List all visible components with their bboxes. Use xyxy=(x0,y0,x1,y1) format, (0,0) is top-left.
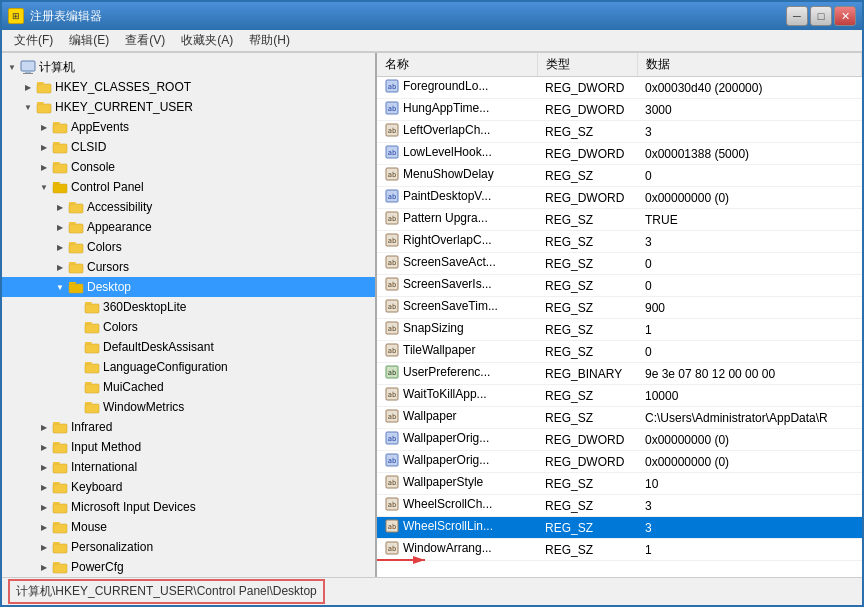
tree-item-defaultdeskassisant[interactable]: DefaultDeskAssisant xyxy=(2,337,375,357)
expand-microsoftinputdevices[interactable] xyxy=(36,499,52,515)
registry-values-panel[interactable]: 名称 类型 数据 abForegroundLo...REG_DWORD0x000… xyxy=(377,53,862,577)
expand-appevents[interactable] xyxy=(36,119,52,135)
tree-item-clsid[interactable]: CLSID xyxy=(2,137,375,157)
table-row[interactable]: abMenuShowDelayREG_SZ0 xyxy=(377,165,862,187)
svg-rect-0 xyxy=(21,61,35,71)
tree-item-controlpanel[interactable]: Control Panel xyxy=(2,177,375,197)
table-row[interactable]: abLeftOverlapCh...REG_SZ3 xyxy=(377,121,862,143)
tree-item-colors[interactable]: Colors xyxy=(2,237,375,257)
tree-item-hkcr[interactable]: HKEY_CLASSES_ROOT xyxy=(2,77,375,97)
svg-rect-25 xyxy=(53,524,67,533)
tree-item-infrared[interactable]: Infrared xyxy=(2,417,375,437)
table-row[interactable]: abScreenSaveTim...REG_SZ900 xyxy=(377,297,862,319)
expand-computer[interactable] xyxy=(4,59,20,75)
menu-bar: 文件(F) 编辑(E) 查看(V) 收藏夹(A) 帮助(H) xyxy=(2,30,862,52)
tree-scroll-area[interactable]: 计算机 HKEY_CLASSES_ROOT xyxy=(2,53,375,577)
registry-type: REG_SZ xyxy=(537,297,637,319)
close-button[interactable]: ✕ xyxy=(834,6,856,26)
tree-item-desktop[interactable]: Desktop xyxy=(2,277,375,297)
tree-item-accessibility[interactable]: Accessibility xyxy=(2,197,375,217)
expand-infrared[interactable] xyxy=(36,419,52,435)
defaultdeskassisant-label: DefaultDeskAssisant xyxy=(103,340,214,354)
svg-text:ab: ab xyxy=(388,215,396,223)
menu-help[interactable]: 帮助(H) xyxy=(241,30,298,51)
registry-name: abWaitToKillApp... xyxy=(377,385,537,407)
table-row[interactable]: abWaitToKillApp...REG_SZ10000 xyxy=(377,385,862,407)
table-row[interactable]: abTileWallpaperREG_SZ0 xyxy=(377,341,862,363)
table-row[interactable]: abWallpaperOrig...REG_DWORD0x00000000 (0… xyxy=(377,451,862,473)
tree-item-hkcu[interactable]: HKEY_CURRENT_USER xyxy=(2,97,375,117)
table-row[interactable]: abWallpaperOrig...REG_DWORD0x00000000 (0… xyxy=(377,429,862,451)
svg-rect-21 xyxy=(53,444,67,453)
registry-type: REG_SZ xyxy=(537,121,637,143)
table-row[interactable]: abWheelScrollCh...REG_SZ3 xyxy=(377,495,862,517)
tree-item-international[interactable]: International xyxy=(2,457,375,477)
expand-colors[interactable] xyxy=(52,239,68,255)
table-row[interactable]: abWindowArrang...REG_SZ1 xyxy=(377,539,862,561)
inputmethod-label: Input Method xyxy=(71,440,141,454)
expand-hkcu[interactable] xyxy=(20,99,36,115)
tree-item-muicached[interactable]: MuiCached xyxy=(2,377,375,397)
table-row[interactable]: abScreenSaveAct...REG_SZ0 xyxy=(377,253,862,275)
table-row[interactable]: abScreenSaverIs...REG_SZ0 xyxy=(377,275,862,297)
table-row[interactable]: abForegroundLo...REG_DWORD0x00030d40 (20… xyxy=(377,77,862,99)
tree-item-computer[interactable]: 计算机 xyxy=(2,57,375,77)
expand-desktop[interactable] xyxy=(52,279,68,295)
tree-item-languageconfiguration[interactable]: LanguageConfiguration xyxy=(2,357,375,377)
expand-cursors[interactable] xyxy=(52,259,68,275)
expand-personalization[interactable] xyxy=(36,539,52,555)
tree-item-cursors[interactable]: Cursors xyxy=(2,257,375,277)
tree-item-appearance[interactable]: Appearance xyxy=(2,217,375,237)
console-label: Console xyxy=(71,160,115,174)
expand-mouse[interactable] xyxy=(36,519,52,535)
tree-item-mouse[interactable]: Mouse xyxy=(2,517,375,537)
expand-console[interactable] xyxy=(36,159,52,175)
tree-item-console[interactable]: Console xyxy=(2,157,375,177)
table-row[interactable]: abRightOverlapC...REG_SZ3 xyxy=(377,231,862,253)
tree-item-microsoftinputdevices[interactable]: Microsoft Input Devices xyxy=(2,497,375,517)
tree-item-windowmetrics[interactable]: WindowMetrics xyxy=(2,397,375,417)
minimize-button[interactable]: ─ xyxy=(786,6,808,26)
tree-item-powercfg[interactable]: PowerCfg xyxy=(2,557,375,577)
expand-inputmethod[interactable] xyxy=(36,439,52,455)
tree-item-inputmethod[interactable]: Input Method xyxy=(2,437,375,457)
svg-text:ab: ab xyxy=(388,457,396,465)
clsid-label: CLSID xyxy=(71,140,106,154)
registry-name: abTileWallpaper xyxy=(377,341,537,363)
expand-controlpanel[interactable] xyxy=(36,179,52,195)
svg-rect-8 xyxy=(53,184,67,193)
table-row[interactable]: abLowLevelHook...REG_DWORD0x00001388 (50… xyxy=(377,143,862,165)
svg-rect-12 xyxy=(69,264,83,273)
registry-name: abWallpaperStyle xyxy=(377,473,537,495)
table-row[interactable]: abPattern Upgra...REG_SZTRUE xyxy=(377,209,862,231)
tree-item-360desktoplite[interactable]: 360DesktopLite xyxy=(2,297,375,317)
table-row[interactable]: abPaintDesktopV...REG_DWORD0x00000000 (0… xyxy=(377,187,862,209)
table-row[interactable]: abHungAppTime...REG_DWORD3000 xyxy=(377,99,862,121)
menu-edit[interactable]: 编辑(E) xyxy=(61,30,117,51)
table-row[interactable]: abSnapSizingREG_SZ1 xyxy=(377,319,862,341)
registry-type: REG_DWORD xyxy=(537,451,637,473)
tree-item-desktop-colors[interactable]: Colors xyxy=(2,317,375,337)
expand-accessibility[interactable] xyxy=(52,199,68,215)
expand-appearance[interactable] xyxy=(52,219,68,235)
maximize-button[interactable]: □ xyxy=(810,6,832,26)
svg-text:ab: ab xyxy=(388,193,396,201)
tree-item-appevents[interactable]: AppEvents xyxy=(2,117,375,137)
tree-item-personalization[interactable]: Personalization xyxy=(2,537,375,557)
tree-item-keyboard[interactable]: Keyboard xyxy=(2,477,375,497)
expand-hkcr[interactable] xyxy=(20,79,36,95)
expand-clsid[interactable] xyxy=(36,139,52,155)
table-row[interactable]: abUserPreferenc...REG_BINARY9e 3e 07 80 … xyxy=(377,363,862,385)
table-row[interactable]: abWallpaperStyleREG_SZ10 xyxy=(377,473,862,495)
expand-keyboard[interactable] xyxy=(36,479,52,495)
expand-powercfg[interactable] xyxy=(36,559,52,575)
table-row[interactable]: abWheelScrollLin...REG_SZ3 xyxy=(377,517,862,539)
menu-favorites[interactable]: 收藏夹(A) xyxy=(173,30,241,51)
registry-data: TRUE xyxy=(637,209,862,231)
window-controls: ─ □ ✕ xyxy=(786,6,856,26)
menu-view[interactable]: 查看(V) xyxy=(117,30,173,51)
expand-international[interactable] xyxy=(36,459,52,475)
menu-file[interactable]: 文件(F) xyxy=(6,30,61,51)
registry-name: abWheelScrollCh... xyxy=(377,495,537,517)
table-row[interactable]: abWallpaperREG_SZC:\Users\Administrator\… xyxy=(377,407,862,429)
